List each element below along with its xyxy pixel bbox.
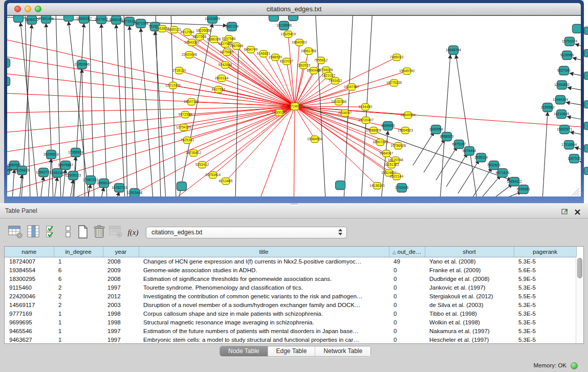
table-cell[interactable]: Estimation of significance thresholds fo… — [139, 274, 389, 283]
table-cell[interactable]: 1998 — [103, 309, 139, 318]
graph-node[interactable]: 18775135 — [386, 80, 402, 86]
table-cell[interactable]: de Silva et al. (2003) — [425, 300, 514, 309]
graph-node[interactable]: 19549790 — [399, 68, 415, 75]
row-height-button[interactable] — [60, 225, 76, 240]
network-view-canvas[interactable]: 9405572276914061065528715276026466160107… — [7, 16, 581, 196]
graph-node[interactable]: 9154490 — [359, 104, 373, 111]
table-cell[interactable]: 5.3E-5 — [514, 257, 576, 266]
graph-node[interactable]: 8427552 — [212, 86, 226, 93]
graph-node[interactable]: 16849584 — [400, 112, 416, 119]
table-cell[interactable]: 5.3E-5 — [514, 318, 576, 326]
table-cell[interactable]: Estimation of the future numbers of pati… — [139, 326, 389, 335]
graph-node[interactable] — [269, 16, 279, 21]
table-row[interactable]: 1456911722003Disruption of a novel membe… — [5, 300, 576, 309]
table-cell[interactable]: 18300295 — [5, 274, 54, 283]
table-cell[interactable]: 6 — [54, 266, 103, 274]
table-cell[interactable]: 0 — [389, 300, 425, 309]
network-window-titlebar[interactable]: citations_edges.txt — [7, 3, 581, 15]
table-selector-dropdown[interactable]: citations_edges.txt — [146, 227, 347, 238]
table-row[interactable]: 1830029562008Estimation of significance … — [5, 274, 576, 283]
graph-node[interactable]: 8471676 — [496, 169, 510, 178]
table-cell[interactable]: 9777169 — [5, 309, 54, 318]
table-cell[interactable]: Wolkin et al. (1998) — [425, 318, 514, 326]
graph-node[interactable] — [7, 59, 10, 68]
table-cell[interactable]: 18724007 — [5, 257, 54, 266]
scrollbar-thumb[interactable] — [577, 258, 582, 278]
table-cell[interactable]: 0 — [389, 266, 425, 274]
table-cell[interactable]: 2008 — [103, 257, 139, 266]
graph-node[interactable]: 3475685 — [220, 49, 234, 56]
graph-node[interactable]: 17359924 — [68, 148, 83, 157]
graph-node[interactable]: 2867608 — [230, 43, 244, 50]
graph-node[interactable]: 13942737 — [36, 168, 51, 177]
graph-node[interactable]: 9245651 — [517, 185, 531, 194]
graph-node[interactable]: 1167531 — [568, 155, 581, 163]
table-cell[interactable]: Yano et al. (2008) — [425, 257, 514, 266]
window-resize-grip[interactable] — [572, 188, 579, 195]
table-row[interactable]: 946362711997Embryonic stem cells: a mode… — [5, 335, 576, 344]
table-cell[interactable]: 6 — [54, 274, 103, 283]
graph-node[interactable]: 9072535 — [179, 112, 192, 118]
table-cell[interactable]: Genome-wide association studies in ADHD. — [139, 266, 389, 274]
graph-node[interactable]: 10958107 — [96, 179, 112, 188]
function-builder-button[interactable]: f(x) — [125, 225, 141, 240]
table-row[interactable]: 946554611997Estimation of the future num… — [5, 326, 576, 335]
graph-node[interactable]: 9129966 — [560, 51, 574, 60]
graph-node[interactable]: 16047487 — [344, 84, 359, 91]
table-cell[interactable]: 0 — [389, 292, 425, 300]
table-cell[interactable]: Hescheler et al. (1997) — [425, 335, 514, 344]
graph-node[interactable]: 12093832 — [554, 81, 570, 90]
table-cell[interactable]: 2008 — [103, 274, 139, 283]
tab-edge-table[interactable]: Edge Table — [268, 346, 315, 356]
tab-network-table[interactable]: Network Table — [315, 346, 371, 356]
graph-node[interactable]: 1527602 — [95, 16, 108, 24]
table-row[interactable]: 1938455462009Genome-wide association stu… — [5, 266, 576, 274]
table-cell[interactable]: 22420046 — [5, 292, 54, 300]
graph-node[interactable]: 19384554 — [307, 136, 322, 143]
table-mode-button[interactable] — [7, 225, 24, 240]
table-cell[interactable]: Corpus callosum shape and size in male p… — [139, 309, 389, 318]
graph-node[interactable]: 16753414 — [205, 172, 221, 179]
graph-node[interactable]: 12923448 — [127, 189, 142, 197]
table-cell[interactable]: 0 — [389, 274, 425, 283]
graph-node[interactable]: 7857224 — [225, 23, 239, 31]
table-cell[interactable]: 49 — [389, 257, 425, 266]
select-columns-button[interactable] — [44, 225, 60, 240]
graph-node[interactable]: 12754126 — [176, 124, 191, 131]
table-cell[interactable]: 1 — [54, 309, 103, 318]
graph-node[interactable]: 9684067 — [380, 150, 394, 157]
table-cell[interactable]: 1 — [54, 335, 103, 344]
graph-node[interactable]: 10654112 — [507, 178, 522, 186]
table-cell[interactable]: 0 — [389, 309, 425, 318]
table-cell[interactable]: 1997 — [103, 335, 139, 344]
graph-node[interactable]: 16782753 — [112, 184, 127, 192]
table-cell[interactable]: 1 — [54, 326, 103, 335]
table-cell[interactable]: Franke et al. (2009) — [425, 266, 514, 274]
graph-node[interactable]: 16151322 — [384, 162, 399, 168]
graph-node[interactable]: 16648794 — [446, 46, 461, 55]
graph-node[interactable]: 2935114 — [474, 154, 488, 162]
table-cell[interactable]: 2 — [54, 292, 103, 300]
table-cell[interactable]: Stergiakouli et al. (2012) — [425, 292, 514, 300]
table-cell[interactable]: 2 — [54, 283, 103, 292]
table-cell[interactable]: 1 — [54, 318, 103, 326]
graph-node[interactable]: 2803144 — [215, 75, 229, 82]
table-cell[interactable]: 2003 — [103, 300, 139, 309]
float-panel-icon[interactable] — [561, 208, 569, 215]
table-cell[interactable]: 2012 — [103, 292, 139, 300]
show-columns-button[interactable] — [26, 225, 42, 240]
graph-node[interactable]: 1733426 — [395, 184, 409, 192]
column-header[interactable]: name — [5, 247, 54, 257]
graph-node[interactable]: 13325419 — [280, 31, 296, 38]
graph-node[interactable]: 9405572 — [25, 16, 39, 25]
table-cell[interactable]: 0 — [389, 283, 425, 292]
column-header[interactable]: pagerank — [514, 247, 576, 257]
table-cell[interactable]: 5.3E-5 — [514, 326, 576, 335]
graph-node[interactable]: 19654923 — [398, 127, 413, 134]
graph-node[interactable] — [64, 16, 74, 21]
table-row[interactable]: 1872400712008Changes of HCN gene express… — [5, 257, 576, 266]
graph-node[interactable]: 10688609 — [366, 127, 381, 134]
column-header[interactable]: title — [139, 247, 389, 257]
graph-node[interactable]: 10132166 — [331, 99, 346, 105]
table-cell[interactable]: Structural magnetic resonance image aver… — [139, 318, 389, 326]
